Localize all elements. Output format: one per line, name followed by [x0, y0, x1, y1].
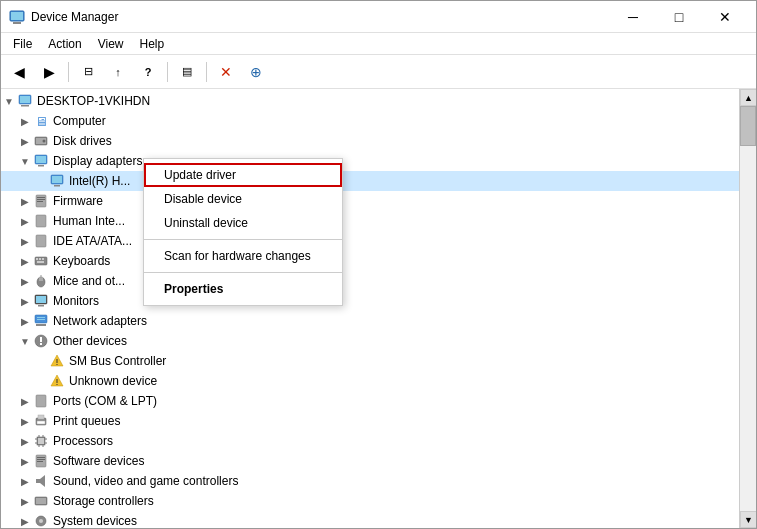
app-icon	[9, 9, 25, 25]
expander-network[interactable]: ▶	[17, 311, 33, 331]
computer-label: Computer	[53, 114, 106, 128]
tree-item-disk-drives[interactable]: ▶ Disk drives	[1, 131, 739, 151]
intel-label: Intel(R) H...	[69, 174, 130, 188]
tree-item-sm-bus[interactable]: SM Bus Controller	[1, 351, 739, 371]
toolbar-help[interactable]: ?	[134, 59, 162, 85]
svg-rect-42	[57, 364, 58, 365]
title-bar: Device Manager ─ □ ✕	[1, 1, 756, 33]
tree-item-computer[interactable]: ▶ 🖥 Computer	[1, 111, 739, 131]
svg-rect-17	[37, 199, 45, 200]
tree-item-root[interactable]: ▼ DESKTOP-1VKIHDN	[1, 91, 739, 111]
tree-item-display-adapters[interactable]: ▼ Display adapters	[1, 151, 739, 171]
ports-icon	[33, 393, 49, 409]
svg-rect-19	[36, 215, 46, 227]
svg-rect-64	[36, 479, 40, 483]
sw-icon	[33, 453, 49, 469]
ctx-disable-device[interactable]: Disable device	[144, 187, 342, 211]
scroll-down-button[interactable]: ▼	[740, 511, 756, 528]
expander-sound[interactable]: ▶	[17, 471, 33, 491]
tree-item-storage[interactable]: ▶ Storage controllers	[1, 491, 739, 511]
tree-item-unknown[interactable]: Unknown device	[1, 371, 739, 391]
menu-help[interactable]: Help	[132, 35, 173, 53]
tree-view[interactable]: ▼ DESKTOP-1VKIHDN ▶ 🖥 Computer ▶	[1, 89, 739, 528]
window-title: Device Manager	[31, 10, 610, 24]
storage-label: Storage controllers	[53, 494, 154, 508]
ctx-scan[interactable]: Scan for hardware changes	[144, 244, 342, 268]
svg-rect-23	[39, 258, 41, 260]
ctx-properties[interactable]: Properties	[144, 277, 342, 301]
firmware-label: Firmware	[53, 194, 103, 208]
scroll-up-button[interactable]: ▲	[740, 89, 756, 106]
toolbar-remove[interactable]: ✕	[212, 59, 240, 85]
expander-monitors[interactable]: ▶	[17, 291, 33, 311]
svg-rect-38	[40, 337, 42, 342]
toolbar-back[interactable]: ◀	[5, 59, 33, 85]
svg-rect-4	[20, 96, 30, 103]
svg-rect-63	[37, 461, 43, 462]
tree-item-processors[interactable]: ▶ Processors	[1, 431, 739, 451]
tree-item-keyboards[interactable]: ▶ Keyboards	[1, 251, 739, 271]
network-icon	[33, 313, 49, 329]
expander-sw[interactable]: ▶	[17, 451, 33, 471]
tree-item-network[interactable]: ▶ Network adapters	[1, 311, 739, 331]
menu-view[interactable]: View	[90, 35, 132, 53]
scrollbar[interactable]: ▲ ▼	[739, 89, 756, 528]
tree-item-intel[interactable]: Intel(R) H...	[1, 171, 739, 191]
sound-icon	[33, 473, 49, 489]
svg-point-8	[43, 140, 46, 143]
tree-item-firmware[interactable]: ▶ Firmware	[1, 191, 739, 211]
expander-computer[interactable]: ▶	[17, 111, 33, 131]
menu-action[interactable]: Action	[40, 35, 89, 53]
tree-item-sound[interactable]: ▶ Sound, video and game controllers	[1, 471, 739, 491]
ctx-update-driver[interactable]: Update driver	[144, 163, 342, 187]
tree-item-software[interactable]: ▶ Software devices	[1, 451, 739, 471]
tree-item-ide-ata[interactable]: ▶ IDE ATA/ATA...	[1, 231, 739, 251]
tree-item-mice[interactable]: ▶ Mice and ot...	[1, 271, 739, 291]
scroll-thumb[interactable]	[740, 106, 756, 146]
menu-file[interactable]: File	[5, 35, 40, 53]
expander-print[interactable]: ▶	[17, 411, 33, 431]
expander-disk[interactable]: ▶	[17, 131, 33, 151]
expander-proc[interactable]: ▶	[17, 431, 33, 451]
tree-item-print[interactable]: ▶ Print queues	[1, 411, 739, 431]
context-menu: Update driver Disable device Uninstall d…	[143, 158, 343, 306]
maximize-button[interactable]: □	[656, 1, 702, 33]
tree-item-other-devices[interactable]: ▼ Other devices	[1, 331, 739, 351]
scroll-track[interactable]	[740, 106, 756, 511]
keyboard-icon	[33, 253, 49, 269]
expander-ports[interactable]: ▶	[17, 391, 33, 411]
expander-root[interactable]: ▼	[1, 91, 17, 111]
tree-item-monitors[interactable]: ▶ Monitors	[1, 291, 739, 311]
toolbar-add[interactable]: ⊕	[242, 59, 270, 85]
toolbar-forward[interactable]: ▶	[35, 59, 63, 85]
ctx-separator-1	[144, 239, 342, 240]
toolbar-properties[interactable]: ⊟	[74, 59, 102, 85]
ctx-uninstall-device[interactable]: Uninstall device	[144, 211, 342, 235]
svg-rect-11	[38, 165, 44, 167]
toolbar-update[interactable]: ↑	[104, 59, 132, 85]
close-button[interactable]: ✕	[702, 1, 748, 33]
root-label: DESKTOP-1VKIHDN	[37, 94, 150, 108]
svg-rect-62	[37, 459, 45, 460]
window-controls: ─ □ ✕	[610, 1, 748, 33]
expander-ide[interactable]: ▶	[17, 231, 33, 251]
tree-item-human-interface[interactable]: ▶ Human Inte...	[1, 211, 739, 231]
minimize-button[interactable]: ─	[610, 1, 656, 33]
expander-other[interactable]: ▼	[17, 331, 33, 351]
svg-rect-18	[37, 201, 43, 202]
display-icon	[33, 153, 49, 169]
svg-rect-13	[52, 176, 62, 183]
toolbar-display[interactable]: ▤	[173, 59, 201, 85]
expander-human[interactable]: ▶	[17, 211, 33, 231]
svg-rect-22	[36, 258, 38, 260]
expander-system[interactable]: ▶	[17, 511, 33, 528]
expander-mice[interactable]: ▶	[17, 271, 33, 291]
menu-bar: File Action View Help	[1, 33, 756, 55]
tree-item-ports[interactable]: ▶ Ports (COM & LPT)	[1, 391, 739, 411]
tree-item-system[interactable]: ▶ System devices	[1, 511, 739, 528]
expander-display[interactable]: ▼	[17, 151, 33, 171]
expander-storage[interactable]: ▶	[17, 491, 33, 511]
system-label: System devices	[53, 514, 137, 528]
expander-firmware[interactable]: ▶	[17, 191, 33, 211]
expander-keyboards[interactable]: ▶	[17, 251, 33, 271]
